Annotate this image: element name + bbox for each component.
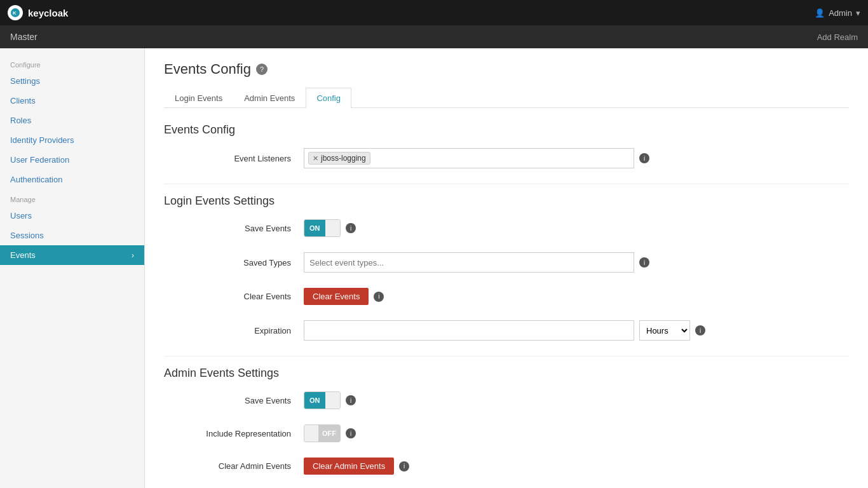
divider-2 bbox=[164, 356, 849, 356]
include-rep-off-label[interactable]: OFF bbox=[318, 425, 340, 442]
sidebar-item-user-federation[interactable]: User Federation bbox=[0, 150, 144, 170]
event-listener-tag: ✕ jboss-logging bbox=[308, 152, 370, 165]
sidebar-item-events[interactable]: Events › bbox=[0, 245, 144, 265]
save-events-info-icon[interactable]: i bbox=[346, 223, 356, 233]
clear-admin-events-label: Clear Admin Events bbox=[164, 461, 304, 471]
expiration-input[interactable] bbox=[304, 320, 634, 341]
sidebar-authentication-label: Authentication bbox=[10, 175, 62, 184]
sidebar-item-identity-providers[interactable]: Identity Providers bbox=[0, 130, 144, 150]
sidebar-item-sessions[interactable]: Sessions bbox=[0, 226, 144, 245]
realm-title: Master bbox=[10, 32, 37, 42]
add-realm-button[interactable]: Add Realm bbox=[817, 32, 858, 42]
tab-login-events[interactable]: Login Events bbox=[164, 88, 233, 108]
include-representation-info-icon[interactable]: i bbox=[346, 428, 356, 438]
top-navbar: K keycloak 👤 Admin ▾ bbox=[0, 0, 868, 25]
save-events-row: Save Events ON i bbox=[164, 219, 849, 242]
user-icon: 👤 bbox=[815, 8, 825, 18]
include-rep-on-part[interactable] bbox=[304, 425, 318, 442]
event-listeners-row: Event Listeners ✕ jboss-logging i bbox=[164, 148, 849, 173]
sidebar-item-users[interactable]: Users bbox=[0, 206, 144, 226]
saved-types-input[interactable] bbox=[304, 252, 634, 273]
include-representation-toggle[interactable]: OFF bbox=[304, 424, 341, 442]
clear-admin-events-info-icon[interactable]: i bbox=[399, 461, 409, 471]
event-listeners-info-icon[interactable]: i bbox=[639, 153, 649, 163]
dropdown-icon: ▾ bbox=[856, 8, 860, 18]
clear-events-label: Clear Events bbox=[164, 292, 304, 301]
admin-save-events-label: Save Events bbox=[164, 396, 304, 405]
sidebar-sessions-label: Sessions bbox=[10, 231, 44, 240]
manage-label: Manage bbox=[0, 189, 144, 206]
sidebar-roles-label: Roles bbox=[10, 116, 31, 125]
layout: Configure Settings Clients Roles Identit… bbox=[0, 48, 868, 488]
saved-types-row: Saved Types i bbox=[164, 252, 849, 278]
clear-admin-events-button[interactable]: Clear Admin Events bbox=[304, 458, 394, 475]
event-listeners-label: Event Listeners bbox=[164, 154, 304, 163]
admin-save-events-info-icon[interactable]: i bbox=[346, 395, 356, 405]
page-title-row: Events Config ? bbox=[164, 61, 849, 78]
sidebar-events-label: Events bbox=[10, 250, 36, 260]
tag-remove-icon[interactable]: ✕ bbox=[313, 154, 318, 163]
events-config-section-title: Events Config bbox=[164, 123, 849, 137]
admin-toggle-off-part[interactable] bbox=[325, 392, 341, 409]
admin-save-events-toggle[interactable]: ON bbox=[304, 391, 341, 409]
sidebar-item-clients[interactable]: Clients bbox=[0, 91, 144, 111]
sidebar-users-label: Users bbox=[10, 211, 32, 220]
sidebar: Configure Settings Clients Roles Identit… bbox=[0, 48, 145, 488]
admin-save-events-control: ON i bbox=[304, 391, 849, 409]
chevron-right-icon: › bbox=[132, 251, 134, 260]
expiration-row: Expiration Hours Days Minutes i bbox=[164, 320, 849, 346]
clear-admin-events-row: Clear Admin Events Clear Admin Events i bbox=[164, 458, 849, 480]
sidebar-settings-label: Settings bbox=[10, 76, 40, 86]
include-representation-control: OFF i bbox=[304, 424, 849, 442]
include-representation-row: Include Representation OFF i bbox=[164, 424, 849, 447]
sidebar-identity-providers-label: Identity Providers bbox=[10, 135, 74, 145]
tabs-bar: Login Events Admin Events Config bbox=[164, 88, 849, 108]
expiration-unit-select[interactable]: Hours Days Minutes bbox=[639, 320, 690, 341]
clear-events-row: Clear Events Clear Events i bbox=[164, 288, 849, 310]
admin-toggle-on-label[interactable]: ON bbox=[304, 392, 325, 409]
admin-events-section-title: Admin Events Settings bbox=[164, 367, 849, 380]
login-events-section-title: Login Events Settings bbox=[164, 194, 849, 208]
configure-label: Configure bbox=[0, 55, 144, 71]
save-events-control: ON i bbox=[304, 219, 849, 237]
sidebar-item-authentication[interactable]: Authentication bbox=[0, 170, 144, 189]
page-title: Events Config bbox=[164, 61, 251, 78]
clear-events-info-icon[interactable]: i bbox=[374, 292, 384, 302]
page-help-icon[interactable]: ? bbox=[256, 64, 268, 75]
main-content: Events Config ? Login Events Admin Event… bbox=[145, 48, 868, 488]
include-representation-label: Include Representation bbox=[164, 429, 304, 438]
admin-save-events-row: Save Events ON i bbox=[164, 391, 849, 414]
sidebar-user-federation-label: User Federation bbox=[10, 155, 69, 165]
sidebar-clients-label: Clients bbox=[10, 96, 36, 105]
expiration-label: Expiration bbox=[164, 326, 304, 336]
admin-label[interactable]: Admin bbox=[829, 8, 852, 18]
clear-events-button[interactable]: Clear Events bbox=[304, 288, 369, 305]
navbar-right: 👤 Admin ▾ bbox=[815, 8, 860, 18]
expiration-control: Hours Days Minutes i bbox=[304, 320, 849, 341]
divider-1 bbox=[164, 184, 849, 184]
saved-types-control: i bbox=[304, 252, 849, 273]
sub-navbar: Master Add Realm bbox=[0, 25, 868, 48]
tag-label: jboss-logging bbox=[321, 154, 366, 163]
event-listeners-control: ✕ jboss-logging i bbox=[304, 148, 849, 168]
save-events-label: Save Events bbox=[164, 224, 304, 233]
keycloak-logo: K bbox=[8, 5, 23, 20]
sidebar-item-settings[interactable]: Settings bbox=[0, 71, 144, 91]
svg-text:K: K bbox=[13, 10, 17, 16]
clear-events-control: Clear Events i bbox=[304, 288, 849, 305]
sidebar-item-roles[interactable]: Roles bbox=[0, 111, 144, 130]
brand: K keycloak bbox=[8, 5, 68, 20]
expiration-info-icon[interactable]: i bbox=[695, 325, 705, 336]
tab-config[interactable]: Config bbox=[306, 88, 351, 108]
save-events-toggle[interactable]: ON bbox=[304, 219, 341, 237]
toggle-on-label[interactable]: ON bbox=[304, 220, 325, 236]
tab-admin-events[interactable]: Admin Events bbox=[233, 88, 306, 108]
saved-types-label: Saved Types bbox=[164, 258, 304, 268]
event-listeners-input[interactable]: ✕ jboss-logging bbox=[304, 148, 634, 168]
toggle-off-part[interactable] bbox=[325, 220, 341, 236]
clear-admin-events-control: Clear Admin Events i bbox=[304, 458, 849, 475]
brand-name: keycloak bbox=[28, 8, 68, 18]
saved-types-info-icon[interactable]: i bbox=[639, 257, 649, 268]
